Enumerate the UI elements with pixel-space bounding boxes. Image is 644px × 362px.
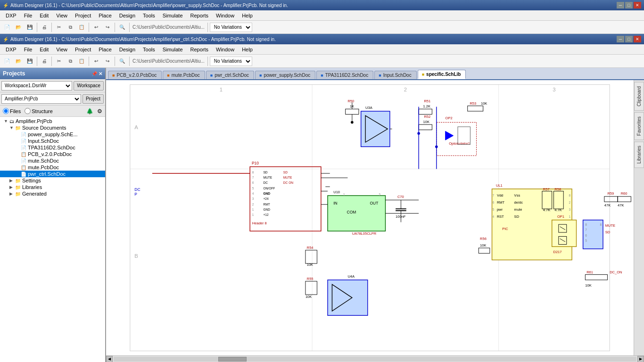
sidebar-tab-libraries[interactable]: Libraries — [634, 141, 644, 168]
new-btn-1[interactable]: 📄 — [2, 22, 12, 33]
print-btn-2[interactable]: 🖨 — [39, 56, 50, 66]
structure-radio[interactable] — [25, 108, 31, 114]
scroll-right-btn[interactable]: ▶ — [637, 356, 644, 362]
open-btn-1[interactable]: 📂 — [13, 22, 24, 33]
menu-file-2[interactable]: File — [20, 46, 36, 53]
svg-text:R59: R59 — [607, 191, 614, 196]
variations-dropdown-2[interactable]: No Variations — [210, 57, 252, 66]
menu-reports-2[interactable]: Reports — [187, 46, 213, 53]
redo-btn-1[interactable]: ↪ — [102, 22, 113, 33]
expand-source[interactable]: ▼ — [9, 125, 15, 130]
new-btn-2[interactable]: 📄 — [2, 56, 12, 66]
tab-pcb[interactable]: ■ PCB_v.2.0.PcbDoc — [108, 71, 162, 79]
tab-tpa3116d2[interactable]: ■ TPA3116D2.SchDoc — [316, 71, 373, 79]
paste-btn-1[interactable]: 📋 — [76, 22, 87, 33]
tree-icon-1[interactable]: 🌲 — [86, 108, 93, 115]
cut-btn-2[interactable]: ✂ — [54, 56, 64, 66]
menu-window-1[interactable]: Window — [212, 12, 238, 19]
menu-view-1[interactable]: View — [52, 12, 71, 19]
expand-settings[interactable]: ▶ — [9, 178, 15, 183]
expand-amplifier[interactable]: ▼ — [4, 119, 9, 123]
menu-simulate-1[interactable]: Simulate — [159, 12, 187, 19]
menu-reports-1[interactable]: Reports — [187, 12, 213, 19]
workspace-button[interactable]: Workspace — [74, 81, 104, 90]
workspace-dropdown[interactable]: Workspace1.DsnWr — [1, 81, 72, 90]
tree-item-settings[interactable]: ▶ 📁 Settings — [0, 177, 105, 184]
print-btn-1[interactable]: 🖨 — [39, 22, 50, 33]
tab-input[interactable]: ■ Input.SchDoc — [374, 71, 416, 79]
copy-btn-2[interactable]: ⧉ — [65, 56, 75, 66]
menu-file-1[interactable]: File — [20, 12, 36, 19]
open-btn-2[interactable]: 📂 — [13, 56, 24, 66]
tree-item-amplifier[interactable]: ▼ 🗂 Amplifier.PrjPcb — [0, 118, 105, 124]
maximize-btn-1[interactable]: □ — [625, 2, 633, 8]
zoom-in-2[interactable]: 🔍 — [117, 56, 127, 66]
pcb-icon: 📋 — [21, 152, 26, 157]
save-btn-1[interactable]: 💾 — [25, 22, 35, 33]
project-button[interactable]: Project — [83, 94, 104, 104]
tree-item-mute-pcb[interactable]: 📋 mute.PcbDoc — [0, 164, 105, 171]
tree-item-power-supply[interactable]: 📄 power_supply.SchE... — [0, 131, 105, 138]
menu-dxp-2[interactable]: DXP — [2, 46, 20, 53]
cut-btn-1[interactable]: ✂ — [54, 22, 64, 33]
menu-design-1[interactable]: Design — [116, 12, 139, 19]
menu-project-1[interactable]: Project — [71, 12, 95, 19]
panel-close-icon[interactable]: ✕ — [99, 71, 102, 76]
undo-btn-1[interactable]: ↩ — [91, 22, 101, 33]
files-radio[interactable] — [3, 108, 9, 114]
project-dropdown[interactable]: Amplifier.PrjPcb — [1, 94, 81, 104]
menu-simulate-2[interactable]: Simulate — [159, 46, 187, 53]
structure-label: Structure — [32, 108, 53, 114]
save-btn-2[interactable]: 💾 — [25, 56, 35, 66]
menu-place-1[interactable]: Place — [95, 12, 116, 19]
menu-help-1[interactable]: Help — [238, 12, 256, 19]
tree-item-mute-sch[interactable]: 📄 mute.SchDoc — [0, 157, 105, 164]
minimize-btn-2[interactable]: ─ — [617, 36, 624, 42]
tree-icon-2[interactable]: ⚙ — [97, 108, 102, 115]
scroll-left-btn[interactable]: ◀ — [106, 356, 113, 362]
variations-dropdown-1[interactable]: No Variations — [210, 23, 252, 32]
maximize-btn-2[interactable]: □ — [625, 36, 633, 42]
redo-btn-2[interactable]: ↪ — [102, 56, 113, 66]
svg-text:U3A: U3A — [365, 106, 372, 110]
menu-window-2[interactable]: Window — [212, 46, 238, 53]
menu-edit-2[interactable]: Edit — [36, 46, 52, 53]
close-btn-2[interactable]: ✕ — [634, 36, 641, 42]
menu-dxp-1[interactable]: DXP — [2, 12, 20, 19]
schematic-canvas[interactable]: 1 2 3 A B DC P — [106, 80, 634, 355]
close-btn-1[interactable]: ✕ — [634, 2, 641, 8]
scroll-thumb-h[interactable] — [218, 357, 247, 362]
sidebar-tab-favorites[interactable]: Favorites — [634, 112, 644, 140]
expand-libraries[interactable]: ▶ — [9, 185, 15, 189]
menu-tools-1[interactable]: Tools — [139, 12, 159, 19]
menu-tools-2[interactable]: Tools — [139, 46, 159, 53]
tab-mute-pcb[interactable]: ■ mute.PcbDoc — [163, 71, 205, 79]
menu-edit-1[interactable]: Edit — [36, 12, 52, 19]
panel-pin-icon[interactable]: 📌 — [91, 71, 97, 76]
menu-help-2[interactable]: Help — [238, 46, 256, 53]
sidebar-tab-clipboard[interactable]: Clipboard — [634, 82, 644, 111]
tab-pwr-ctrl[interactable]: ■ pwr_ctrl.SchDoc — [206, 71, 254, 79]
paste-btn-2[interactable]: 📋 — [76, 56, 87, 66]
tab-specific-schlib[interactable]: ■ specific.SchLib — [418, 70, 466, 79]
tree-item-source-docs[interactable]: ▼ 📁 Source Documents — [0, 124, 105, 131]
expand-generated[interactable]: ▶ — [9, 191, 15, 196]
files-radio-label[interactable]: Files — [3, 108, 21, 114]
tree-item-libraries[interactable]: ▶ 📁 Libraries — [0, 184, 105, 190]
undo-btn-2[interactable]: ↩ — [91, 56, 101, 66]
tree-item-pcb[interactable]: 📋 PCB_v.2.0.PcbDoc — [0, 151, 105, 157]
scroll-track-h[interactable] — [114, 357, 636, 362]
tree-item-generated[interactable]: ▶ 📁 Generated — [0, 190, 105, 197]
tree-item-pwr-ctrl[interactable]: 📄 pwr_ctrl.SchDoc — [0, 171, 105, 177]
menu-design-2[interactable]: Design — [116, 46, 139, 53]
zoom-in-1[interactable]: 🔍 — [117, 22, 127, 33]
structure-radio-label[interactable]: Structure — [25, 108, 53, 114]
menu-place-2[interactable]: Place — [95, 46, 116, 53]
tree-item-tpa3116d2[interactable]: 📄 TPA3116D2.SchDoc — [0, 144, 105, 151]
tree-item-input[interactable]: 📄 Input.SchDoc — [0, 138, 105, 144]
copy-btn-1[interactable]: ⧉ — [65, 22, 75, 33]
tab-power-supply[interactable]: ■ power_supply.SchDoc — [255, 71, 315, 79]
menu-project-2[interactable]: Project — [71, 46, 95, 53]
menu-view-2[interactable]: View — [52, 46, 71, 53]
minimize-btn-1[interactable]: ─ — [617, 2, 624, 8]
